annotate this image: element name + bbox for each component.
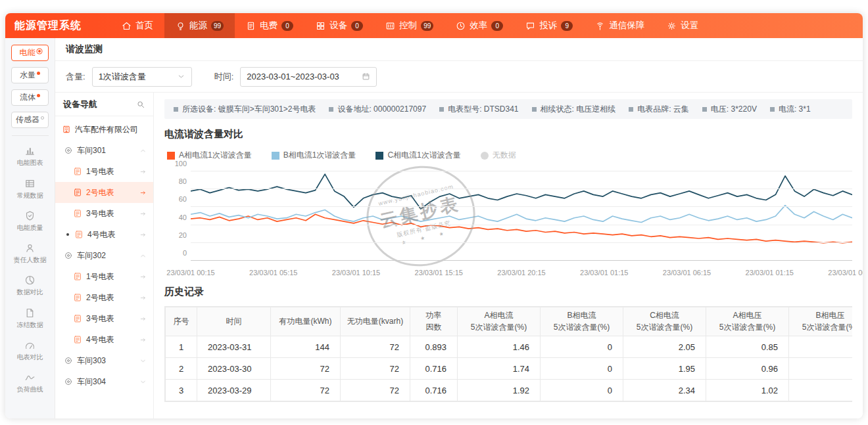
sidebar-tab-sensor[interactable]: 传感器 xyxy=(11,112,49,128)
square-bullet-icon xyxy=(439,107,444,112)
sidebar-tab-power[interactable]: 电能 xyxy=(11,45,49,61)
tree-workshop-label: 车间304 xyxy=(77,376,106,388)
legend-item[interactable]: B相电流1次谐波含量 xyxy=(272,150,356,161)
legend-item[interactable]: 无数据 xyxy=(481,150,516,161)
history-section: 历史记录 序号时间有功电量(kWh)无功电量(kvarh)功率因数A相电流5次谐… xyxy=(154,278,863,402)
nav-item-communication[interactable]: 通信保障 xyxy=(584,13,656,38)
meter-icon xyxy=(74,230,84,239)
info-item: 电表型号: DTSD341 xyxy=(439,104,518,115)
tree-meter[interactable]: 3号电表 xyxy=(55,203,153,224)
harmonic-content-select[interactable]: 1次谐波含量 xyxy=(92,67,192,87)
legend-swatch-icon xyxy=(167,152,175,160)
tree-meter-label: 3号电表 xyxy=(86,208,114,219)
sidebar-tab-fluid[interactable]: 流体 xyxy=(11,89,49,106)
legend-item[interactable]: C相电流1次谐波含量 xyxy=(375,150,460,161)
x-axis-tick: 23/03/01 05:15 xyxy=(249,269,297,277)
y-axis-tick: 20 xyxy=(167,231,187,239)
chart-series-line xyxy=(191,214,852,243)
table-header-cell: 序号 xyxy=(166,307,197,336)
device-nav-title: 设备导航 xyxy=(63,99,97,110)
sidebar-item-label: 数据对比 xyxy=(5,288,55,297)
nav-item-control[interactable]: 控制99 xyxy=(374,13,445,38)
x-axis-tick: 23/03/01 01:15 xyxy=(746,269,794,277)
y-axis-tick: 40 xyxy=(167,213,187,221)
legend-swatch-icon xyxy=(375,152,383,160)
tree-meter-label: 1号电表 xyxy=(86,271,114,282)
date-range-input[interactable]: 2023-03-01~2023-03-03 xyxy=(240,67,377,87)
tree-meter[interactable]: 4号电表 xyxy=(55,224,153,245)
barchart-icon xyxy=(24,145,36,156)
device-search-button[interactable] xyxy=(136,99,145,110)
tree-meter[interactable]: 2号电表 xyxy=(55,287,153,308)
table-row: 22023-03-3072720.7161.7401.950.960 xyxy=(166,358,853,380)
tree-workshop[interactable]: 车间301 xyxy=(55,140,153,161)
table-cell: 0.893 xyxy=(410,336,458,358)
table-cell: 0 xyxy=(789,380,853,401)
x-axis-tick: 23/03/01 00:15 xyxy=(166,269,214,277)
tree-meter[interactable]: 1号电表 xyxy=(55,161,153,182)
sidebar-item-load-curve[interactable]: 负荷曲线 xyxy=(5,367,55,399)
nav-item-home[interactable]: 首页 xyxy=(110,13,164,38)
tree-company[interactable]: 汽车配件有限公司 xyxy=(55,119,153,140)
sidebar-item-owner-data[interactable]: 责任人数据 xyxy=(5,237,55,269)
sidebar-tab-label: 水量 xyxy=(20,70,36,79)
table-cell: 0 xyxy=(541,380,623,401)
table-cell: 2.05 xyxy=(623,336,706,358)
tree-workshop[interactable]: 车间302 xyxy=(55,245,153,266)
tree-meter[interactable]: 3号电表 xyxy=(55,308,153,329)
table-header-cell: C相电流5次谐波含量(%) xyxy=(623,307,706,336)
table-header-cell: A相电压5次谐波含量(%) xyxy=(706,307,789,336)
nav-item-label: 设置 xyxy=(681,20,698,32)
content-filter-label: 含量: xyxy=(66,71,85,83)
chart-lines xyxy=(191,171,852,261)
app-title: 能源管理系统 xyxy=(5,19,110,33)
info-item-text: 电压: 3*220V xyxy=(711,104,757,115)
tree-meter-label: 3号电表 xyxy=(86,313,114,324)
table-header-cell: 时间 xyxy=(197,307,271,336)
nav-item-efficiency[interactable]: 效率0 xyxy=(445,13,514,38)
sidebar-item-label: 责任人数据 xyxy=(5,256,55,265)
device-nav-panel: 设备导航 汽车配件有限公司车间3011号电表2号电表3号电表4号电表车间3021… xyxy=(55,93,154,418)
tree-meter[interactable]: 1号电表 xyxy=(55,266,153,287)
chart-x-axis: 23/03/01 00:1523/03/01 05:1523/03/01 10:… xyxy=(191,265,852,278)
nav-item-fee[interactable]: 电费0 xyxy=(235,13,304,38)
tree-workshop[interactable]: 车间303 xyxy=(55,350,153,371)
sidebar-item-meter-compare[interactable]: 电表对比 xyxy=(5,334,55,367)
sidebar-divider xyxy=(12,135,49,136)
table-cell: 1.74 xyxy=(458,358,541,380)
gear-icon xyxy=(667,21,677,31)
info-item-text: 所选设备: 镀膜车间>车间301>2号电表 xyxy=(182,104,316,115)
arrow-right-icon xyxy=(139,294,147,302)
sidebar-item-power-chart[interactable]: 电能图表 xyxy=(5,140,55,172)
sidebar-tab-water[interactable]: 水量 xyxy=(11,67,49,83)
square-bullet-icon xyxy=(629,107,633,112)
nav-item-settings[interactable]: 设置 xyxy=(656,13,710,38)
sidebar-item-frozen-data[interactable]: 冻结数据 xyxy=(5,302,55,334)
y-axis-tick: 80 xyxy=(167,177,187,185)
table-cell: 2 xyxy=(166,358,197,380)
sidebar-item-regular-data[interactable]: 常规数据 xyxy=(5,172,55,204)
sidebar-item-power-quality[interactable]: 电能质量 xyxy=(5,205,55,237)
chart-series-line xyxy=(191,174,852,209)
legend-swatch-icon xyxy=(272,152,279,160)
nav-item-device[interactable]: 设备0 xyxy=(304,13,374,38)
x-axis-tick: 23/03/01 15:15 xyxy=(415,269,463,277)
chart-section: 电流谐波含量对比 A相电流1次谐波含量B相电流1次谐波含量C相电流1次谐波含量无… xyxy=(154,119,863,278)
chevron-down-icon xyxy=(139,378,147,386)
info-item: 设备地址: 000000217097 xyxy=(329,104,426,115)
search-icon xyxy=(136,100,145,109)
table-cell: 2.34 xyxy=(623,380,706,401)
table-cell: 2023-03-31 xyxy=(197,336,271,358)
arrow-right-icon xyxy=(139,210,147,217)
sidebar-items: 电能图表常规数据电能质量责任人数据数据对比冻结数据电表对比负荷曲线 xyxy=(5,140,55,399)
tree-workshop[interactable]: 车间304 xyxy=(55,371,153,392)
y-axis-tick: 60 xyxy=(167,195,187,203)
nav-item-energy[interactable]: 能源99 xyxy=(164,13,235,38)
person-icon xyxy=(24,242,36,254)
info-item: 电压: 3*220V xyxy=(702,104,757,115)
nav-item-complaint[interactable]: 投诉9 xyxy=(514,13,584,38)
tree-meter-selected[interactable]: 2号电表 xyxy=(55,182,153,203)
sidebar-item-data-compare[interactable]: 数据对比 xyxy=(5,269,55,302)
tree-meter[interactable]: 4号电表 xyxy=(55,329,153,350)
table-row: 32023-03-2972720.7161.9202.341.020 xyxy=(166,380,853,401)
